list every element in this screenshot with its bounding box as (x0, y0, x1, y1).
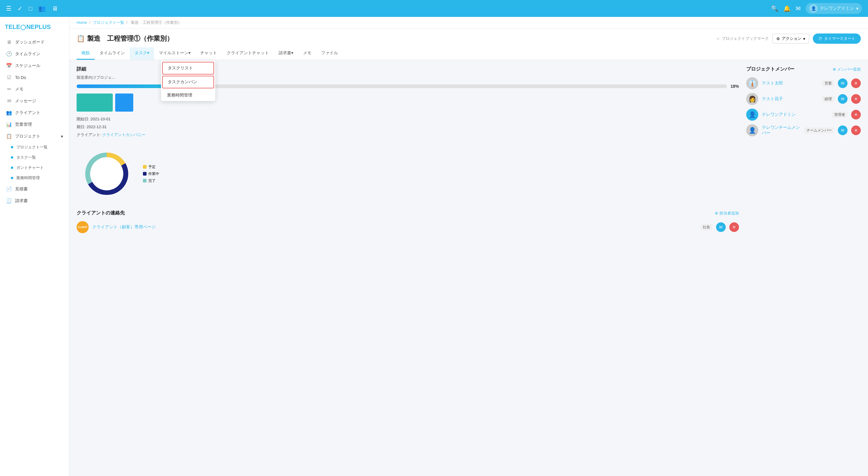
content-area: Home / プロジェクト一覧 / 製造 工程管理①（作業別） 📋 製造 工程管… (69, 17, 868, 476)
chevron-down-icon: ▾ (803, 36, 805, 41)
member-role-team: チームメンバー (804, 127, 834, 133)
header-actions: ☆ プロジェクトブックマーク ⚙ アクション ▾ ⏱ タイマースタート (716, 33, 861, 44)
sidebar-item-project[interactable]: 📋 プロジェクト ▾ (0, 130, 69, 142)
member-delete-button-hanako[interactable]: ✕ (851, 94, 861, 104)
dropdown-work-time[interactable]: 業務時間管理 (161, 90, 215, 101)
member-row-admin: 👤 テレワンアドミン 管理者 ✕ (746, 109, 861, 121)
folder-icon: 📋 (6, 133, 12, 139)
contact-name[interactable]: クライアント（顧客）専用ページ (92, 225, 697, 230)
member-name-hanako[interactable]: テスト花子 (762, 96, 818, 102)
sidebar-label-sales: 営業管理 (15, 122, 32, 127)
color-block-teal (76, 93, 113, 112)
main-layout: TELENEPLUS 🖥 ダッシュボード 🕐 タイムライン 📅 スケジュール ☑… (0, 17, 868, 476)
users-icon: 👥 (6, 110, 12, 116)
dropdown-task-kanban[interactable]: タスクカンバン (162, 76, 214, 88)
sidebar-item-schedule[interactable]: 📅 スケジュール (0, 60, 69, 71)
dropdown-task-list[interactable]: タスクリスト (162, 62, 214, 75)
contact-email-button[interactable]: ✉ (716, 222, 726, 232)
tab-tasks[interactable]: タスク▾ (130, 47, 154, 60)
sidebar-label-project-list: プロジェクト一覧 (16, 145, 48, 150)
main-content: 詳細 製造業向けプロジェ... 18% (69, 60, 868, 476)
star-icon: ☆ (716, 36, 720, 41)
tab-timeline[interactable]: タイムライン (95, 47, 130, 60)
sidebar-item-work-time[interactable]: 業務時間管理 (0, 173, 69, 183)
sidebar-label-schedule: スケジュール (15, 63, 40, 68)
info-rows: 開始日: 2021-10-01 期日: 2022-12-31 クライアント: ク… (76, 116, 739, 138)
timer-button[interactable]: ⏱ タイマースタート (813, 33, 861, 44)
plus-icon: ⊕ (715, 211, 718, 215)
copy-icon[interactable]: □ (29, 5, 32, 12)
left-panel: 詳細 製造業向けプロジェ... 18% (76, 66, 739, 470)
sidebar-item-memo[interactable]: ✏ メモ (0, 83, 69, 95)
sidebar-item-client[interactable]: 👥 クライアント (0, 107, 69, 119)
donut-chart (76, 144, 137, 204)
people-icon[interactable]: 👥 (38, 5, 46, 12)
member-delete-button-team[interactable]: ✕ (851, 125, 861, 135)
clock-icon: 🕐 (6, 51, 12, 57)
member-delete-button-taro[interactable]: ✕ (851, 79, 861, 88)
member-name-taro[interactable]: テスト太郎 (762, 81, 818, 86)
breadcrumb-home[interactable]: Home (76, 20, 87, 25)
calendar-icon: 📅 (6, 63, 12, 68)
sidebar-item-todo[interactable]: ☑ To Do (0, 71, 69, 83)
member-email-button-taro[interactable]: ✉ (838, 79, 847, 88)
tab-memo[interactable]: メモ (298, 47, 316, 60)
member-delete-button-admin[interactable]: ✕ (851, 110, 861, 119)
sidebar-item-invoice[interactable]: 🧾 請求書 (0, 195, 69, 207)
sidebar-item-project-list[interactable]: プロジェクト一覧 (0, 142, 69, 152)
add-contact-button[interactable]: ⊕ 担当者追加 (715, 211, 739, 216)
dot-icon (11, 156, 13, 159)
sidebar-label-work-time: 業務時間管理 (16, 175, 40, 181)
search-icon[interactable]: 🔍 (771, 5, 778, 12)
page-title-row: 📋 製造 工程管理①（作業別） ☆ プロジェクトブックマーク ⚙ アクション ▾… (76, 33, 861, 44)
sidebar-label-estimate: 見積書 (15, 186, 28, 192)
sidebar-label-memo: メモ (15, 87, 24, 92)
document-icon: 📄 (6, 186, 12, 192)
sidebar-item-task-list[interactable]: タスク一覧 (0, 152, 69, 162)
breadcrumb-list[interactable]: プロジェクト一覧 (93, 20, 124, 25)
member-name-admin[interactable]: テレワンアドミン (762, 112, 828, 117)
top-nav-left: ☰ ✓ □ 👥 🖥 (6, 5, 58, 12)
member-email-button-team[interactable]: ✉ (838, 125, 847, 135)
add-member-button[interactable]: ⊕ メンバー追加 (833, 67, 861, 72)
member-name-team[interactable]: テレワンチームメンバー (762, 125, 801, 136)
client-avatar: CLIENT (76, 221, 89, 233)
gear-icon: ⚙ (776, 36, 780, 41)
sidebar-label-timeline: タイムライン (15, 51, 40, 57)
tab-milestone[interactable]: マイルストーン▾ (154, 47, 195, 60)
client-info: クライアント: クライアントカンパニー (76, 132, 739, 138)
tab-file[interactable]: ファイル (316, 47, 343, 60)
sidebar-item-dashboard[interactable]: 🖥 ダッシュボード (0, 36, 69, 48)
mail-icon[interactable]: ✉ (796, 5, 801, 12)
sidebar-item-gantt[interactable]: ガントチャート (0, 162, 69, 173)
sidebar-item-message[interactable]: ✉ メッセージ (0, 95, 69, 107)
sidebar-item-estimate[interactable]: 📄 見積書 (0, 183, 69, 195)
sidebar-item-sales[interactable]: 📊 営業管理 (0, 119, 69, 130)
tab-client-chat[interactable]: クライアントチャット (222, 47, 274, 60)
member-email-button-hanako[interactable]: ✉ (838, 94, 847, 104)
tab-chat[interactable]: チャット (195, 47, 222, 60)
bell-icon[interactable]: 🔔 (783, 5, 791, 12)
breadcrumb: Home / プロジェクト一覧 / 製造 工程管理①（作業別） (69, 17, 868, 29)
chart-icon: 📊 (6, 122, 12, 127)
color-block-blue (115, 93, 133, 112)
tabs-wrapper: 概観 タイムライン タスク▾ マイルストーン▾ チャット クライアントチャット … (76, 47, 861, 60)
member-avatar-taro: 👔 (746, 77, 758, 89)
contact-delete-button[interactable]: ✕ (729, 222, 739, 232)
chart-legend: 予定 作業中 完了 (143, 165, 159, 183)
contact-title: クライアントの連絡先 (76, 210, 125, 216)
sidebar-item-timeline[interactable]: 🕐 タイムライン (0, 48, 69, 60)
client-link[interactable]: クライアントカンパニー (102, 132, 145, 137)
tab-overview[interactable]: 概観 (76, 47, 95, 60)
logo-text: TELENEPLUS (5, 24, 51, 30)
monitor-icon[interactable]: 🖥 (52, 5, 58, 12)
contact-header: クライアントの連絡先 ⊕ 担当者追加 (76, 210, 739, 216)
sidebar-label-client: クライアント (15, 110, 40, 116)
task-dropdown-menu: タスクリスト タスクカンバン 業務時間管理 (161, 61, 215, 101)
tab-invoice[interactable]: 請求書▾ (274, 47, 298, 60)
check-icon[interactable]: ✓ (18, 5, 23, 12)
bookmark-button[interactable]: ☆ プロジェクトブックマーク (716, 36, 769, 41)
user-menu[interactable]: 👤 テレワンアドミン ▾ (806, 3, 862, 14)
action-button[interactable]: ⚙ アクション ▾ (772, 34, 809, 43)
menu-icon[interactable]: ☰ (6, 5, 11, 12)
